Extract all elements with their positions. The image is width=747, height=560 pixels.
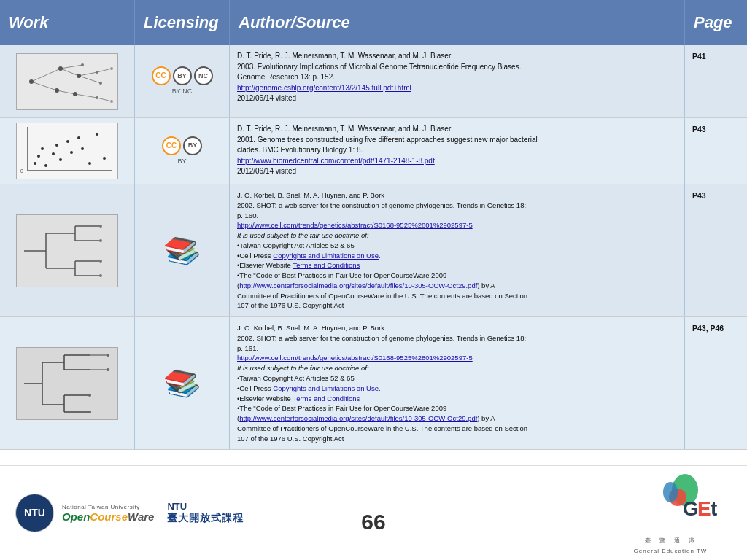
author-line3-2: clades. BMC Evolutionary Biology 1: 8. xyxy=(237,145,677,156)
svg-point-82 xyxy=(663,482,678,502)
page-value-1: P41 xyxy=(692,52,706,61)
svg-point-30 xyxy=(55,144,58,147)
phylo-tree1-svg xyxy=(17,215,117,287)
link-3[interactable]: http://www.cell.com/trends/genetics/abst… xyxy=(237,221,473,229)
svg-point-13 xyxy=(55,88,59,93)
header-work: Work xyxy=(0,0,135,45)
author-line1-1: D. T. Pride, R. J. Meinersmann, T. M. Wa… xyxy=(237,51,677,62)
elsevier-link-3[interactable]: Terms and Conditions xyxy=(293,261,360,269)
svg-point-32 xyxy=(66,140,69,143)
by-icon-2: BY xyxy=(183,136,202,155)
svg-point-18 xyxy=(99,82,102,85)
ccw-link-3[interactable]: http://www.centerforsocialmedia.org/site… xyxy=(239,281,477,289)
header-licensing-label: Licensing xyxy=(144,13,219,32)
ocw-main-label: OpenCourseWare xyxy=(62,510,154,523)
svg-point-31 xyxy=(59,158,62,161)
svg-point-57 xyxy=(99,274,102,277)
by-icon: BY xyxy=(173,66,192,85)
phylo-tree2-svg xyxy=(17,348,117,419)
work-thumbnail-1 xyxy=(16,53,118,110)
header-author: Author/Source xyxy=(230,0,685,45)
chinese-label-wrapper: NTU 臺大開放式課程 xyxy=(167,501,244,525)
book-icon-4: 📚 xyxy=(160,360,204,407)
svg-point-76 xyxy=(88,394,91,397)
svg-text:0: 0 xyxy=(20,168,23,174)
svg-point-33 xyxy=(70,151,73,154)
table-row: 0 CC BY BY D. T. Pride, R. J. Meinersman… xyxy=(0,118,747,184)
bullet4-4: •The "Code of Best Practices in Fair Use… xyxy=(237,403,677,413)
svg-point-21 xyxy=(110,100,113,103)
bullet1-3: •Taiwan Copyright Act Articles 52 & 65 xyxy=(237,241,677,251)
ccw-link-4[interactable]: http://www.centerforsocialmedia.org/site… xyxy=(239,414,477,422)
svg-point-25 xyxy=(34,162,36,165)
author-link-3[interactable]: http://www.cell.com/trends/genetics/abst… xyxy=(237,220,677,230)
bullet4b-4: (http://www.centerforsocialmedia.org/sit… xyxy=(237,413,677,424)
author-link-2[interactable]: http://www.biomedcentral.com/content/pdf… xyxy=(237,156,677,167)
author-line1-2: D. T. Pride, R. J. Meinersmann, T. M. Wa… xyxy=(237,124,677,135)
author-link-4[interactable]: http://www.cell.com/trends/genetics/abst… xyxy=(237,353,677,363)
work-cell-2: 0 xyxy=(0,118,135,184)
author-visited-2: 2012/06/14 visited xyxy=(237,166,677,177)
cc-badge-1: CC BY NC BY NC xyxy=(152,66,213,96)
page-cell-3: P43 xyxy=(685,184,747,316)
author-line1-3: J. O. Korbel, B. Snel, M. A. Huynen, and… xyxy=(237,190,677,201)
table-row: 📚 J. O. Korbel, B. Snel, M. A. Huynen, a… xyxy=(0,317,747,450)
footer: NTU National Taiwan University OpenCours… xyxy=(0,465,747,560)
author-visited-1: 2012/06/14 visited xyxy=(237,93,677,104)
author-line2-3: 2002. SHOT: a web server for the constru… xyxy=(237,201,677,211)
cc-badge-2: CC BY BY xyxy=(162,136,202,166)
svg-point-38 xyxy=(103,157,106,160)
bullet1-4: •Taiwan Copyright Act Articles 52 & 65 xyxy=(237,373,677,384)
link-2[interactable]: http://www.biomedcentral.com/content/pdf… xyxy=(237,157,435,165)
network-graph-svg xyxy=(17,54,117,109)
cc-icon: CC xyxy=(152,66,171,85)
fair-use-intro-text-4: It is used subject to the fair use doctr… xyxy=(237,364,369,372)
svg-text:t: t xyxy=(711,497,717,520)
ntu-label: National Taiwan University xyxy=(62,504,154,510)
bullet4c-3: Committee of Practitioners of OpenCourse… xyxy=(237,291,677,301)
author-cell-2: D. T. Pride, R. J. Meinersmann, T. M. Wa… xyxy=(230,118,685,184)
page-value-2: P43 xyxy=(692,125,706,133)
page-cell-4: P43, P46 xyxy=(685,317,747,449)
ocw-logo-text: National Taiwan University OpenCourseWar… xyxy=(62,504,154,523)
get-logo-svg: G E t xyxy=(616,472,725,534)
work-cell-1 xyxy=(0,45,135,117)
page-cell-1: P41 xyxy=(685,45,747,117)
author-link-1[interactable]: http://genome.cshlp.org/content/13/2/145… xyxy=(237,83,677,94)
author-line1-4: J. O. Korbel, B. Snel, M. A. Huynen, and… xyxy=(237,323,677,333)
elsevier-link-4[interactable]: Terms and Conditions xyxy=(293,394,360,402)
table-row: CC BY NC BY NC D. T. Pride, R. J. Meiner… xyxy=(0,45,747,118)
cc-icon-2: CC xyxy=(162,136,181,155)
svg-point-27 xyxy=(41,147,44,150)
author-line3-1: Genome Research 13: p. 152. xyxy=(237,72,677,83)
link-4[interactable]: http://www.cell.com/trends/genetics/abst… xyxy=(237,354,473,362)
author-line2-1: 2003. Evolutionary Implications of Micro… xyxy=(237,62,677,73)
author-line2-2: 2001. Genome trees constructed using fiv… xyxy=(237,135,677,146)
svg-text:NTU: NTU xyxy=(24,507,45,518)
svg-point-20 xyxy=(110,67,113,70)
svg-point-54 xyxy=(99,225,102,228)
author-cell-3: J. O. Korbel, B. Snel, M. A. Huynen, and… xyxy=(230,184,685,316)
header-page-label: Page xyxy=(694,13,732,32)
licensing-cell-3: 📚 xyxy=(135,184,230,316)
link-1[interactable]: http://genome.cshlp.org/content/13/2/145… xyxy=(237,84,411,92)
get-logo: G E t 臺 覽 通 識 General Education TW xyxy=(616,472,725,554)
cc-label-1: BY NC xyxy=(172,87,192,96)
ntu-abbr: NTU xyxy=(167,501,187,512)
cell-press-link-4[interactable]: Copyrights and Limitations on Use xyxy=(273,384,379,392)
bullet2-4: •Cell Press Copyrights and Limitations o… xyxy=(237,384,677,394)
bullet4d-3: 107 of the 1976 U.S. Copyright Act xyxy=(237,300,677,311)
svg-point-16 xyxy=(73,92,77,96)
page-wrapper: Work Licensing Author/Source Page xyxy=(0,0,747,560)
author-line3-3: p. 160. xyxy=(237,211,677,221)
svg-point-14 xyxy=(81,63,84,66)
work-cell-4 xyxy=(0,317,135,449)
chinese-text: 臺大開放式課程 xyxy=(167,512,244,525)
svg-point-77 xyxy=(88,411,91,413)
svg-point-28 xyxy=(44,164,47,167)
bullet4b-3: (http://www.centerforsocialmedia.org/sit… xyxy=(237,281,677,291)
bullet3-3: •Elsevier Website Terms and Conditions xyxy=(237,260,677,271)
cell-press-link-3[interactable]: Copyrights and Limitations on Use xyxy=(273,252,379,260)
author-line3-4: p. 161. xyxy=(237,343,677,354)
svg-point-19 xyxy=(96,96,98,99)
